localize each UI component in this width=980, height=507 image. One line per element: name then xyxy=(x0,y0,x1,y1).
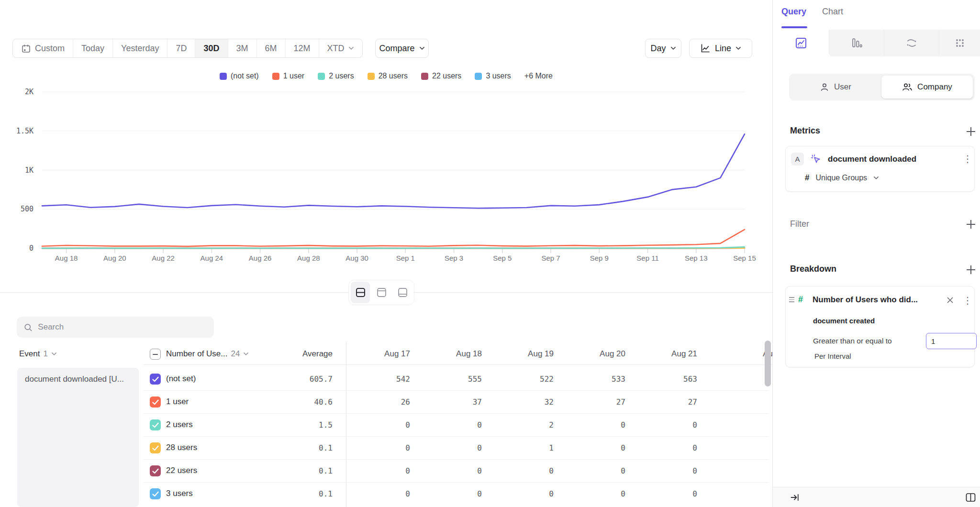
row-checkbox[interactable] xyxy=(150,419,161,430)
chevron-down-icon xyxy=(243,352,249,356)
table-scrollbar[interactable] xyxy=(765,341,771,386)
svg-text:Sep 1: Sep 1 xyxy=(396,254,415,262)
date-column-header[interactable]: Aug 20 xyxy=(558,343,625,364)
cell-value: 542 xyxy=(343,375,410,384)
svg-text:2K: 2K xyxy=(25,88,33,96)
query-panel: Query Chart xyxy=(772,0,980,507)
breakdown-heading: Breakdown xyxy=(790,264,836,274)
company-icon xyxy=(902,82,913,92)
date-column-header[interactable]: Aug 19 xyxy=(487,343,554,364)
cell-value: 0 xyxy=(343,489,410,498)
breakdown-title: Number of Users who did... xyxy=(813,295,918,305)
cell-value: 0 xyxy=(415,466,482,475)
row-label: 22 users xyxy=(166,466,197,475)
svg-text:Sep 5: Sep 5 xyxy=(493,254,512,262)
columns-layout-icon[interactable] xyxy=(965,492,976,503)
cell-value: 0 xyxy=(630,466,697,475)
measure-dropdown[interactable]: # Unique Groups xyxy=(805,173,879,183)
search-input[interactable] xyxy=(38,322,207,332)
scope-toggle: User Company xyxy=(789,74,975,100)
svg-text:1.5K: 1.5K xyxy=(16,127,33,135)
tab-chart[interactable]: Chart xyxy=(822,7,843,17)
breakdown-card[interactable]: # Number of Users who did... ⋮ document … xyxy=(785,286,975,367)
cell-value: 2 xyxy=(487,420,554,430)
svg-text:Aug 22: Aug 22 xyxy=(152,254,175,262)
chart-type-tab-bar[interactable] xyxy=(829,30,884,56)
svg-text:1K: 1K xyxy=(25,166,33,175)
tab-query[interactable]: Query xyxy=(781,7,806,17)
layout-table-only-button[interactable] xyxy=(393,282,412,303)
metric-menu-icon[interactable]: ⋮ xyxy=(963,154,972,164)
add-filter-button[interactable] xyxy=(966,220,976,229)
cell-value: 37 xyxy=(415,397,482,407)
group-column-header[interactable]: Number of Use... 24 xyxy=(166,343,249,364)
flow-tab-icon xyxy=(905,37,918,49)
row-checkbox[interactable] xyxy=(150,374,161,385)
metric-letter-badge: A xyxy=(791,153,804,165)
breakdown-menu-icon[interactable]: ⋮ xyxy=(963,296,972,305)
metric-card[interactable]: A document downloaded ⋮ # Unique Groups xyxy=(785,146,975,192)
row-checkbox[interactable] xyxy=(150,465,161,476)
drag-handle-icon[interactable] xyxy=(789,297,794,302)
layout-split-button[interactable] xyxy=(351,282,370,303)
average-value: 1.5 xyxy=(266,420,333,430)
cell-value: 27 xyxy=(558,397,625,407)
select-all-checkbox[interactable] xyxy=(150,349,161,360)
line-chart[interactable]: 05001K1.5K2KAug 18Aug 20Aug 22Aug 24Aug … xyxy=(0,0,772,270)
per-interval-label: Per Interval xyxy=(814,352,851,360)
cell-value: 28 xyxy=(722,397,772,407)
collapse-panel-icon[interactable] xyxy=(790,493,800,502)
cell-value: 27 xyxy=(630,397,697,407)
add-breakdown-button[interactable] xyxy=(966,265,976,275)
date-column-header[interactable]: Aug 21 xyxy=(630,343,697,364)
check-icon xyxy=(152,491,159,497)
average-column-header[interactable]: Average xyxy=(266,343,333,364)
chart-type-tab-line[interactable] xyxy=(773,30,829,56)
average-value: 0.1 xyxy=(266,489,333,498)
svg-text:Sep 9: Sep 9 xyxy=(590,254,609,262)
scope-user[interactable]: User xyxy=(791,76,880,99)
chart-type-tab-grid[interactable] xyxy=(939,30,980,56)
panel-bottom-bar xyxy=(773,487,980,507)
user-icon xyxy=(820,82,829,92)
check-icon xyxy=(152,468,159,474)
layout-chart-only-button[interactable] xyxy=(372,282,391,303)
header-rule xyxy=(144,364,772,365)
date-column-header[interactable]: Aug 17 xyxy=(343,343,410,364)
row-checkbox[interactable] xyxy=(150,397,161,408)
breakdown-type-icon: # xyxy=(798,295,803,305)
cell-value: 555 xyxy=(415,375,482,384)
split-view-icon xyxy=(355,287,366,298)
cell-value: 32 xyxy=(487,397,554,407)
cell-value: 0 xyxy=(630,420,697,430)
close-icon[interactable] xyxy=(947,297,954,304)
metrics-heading: Metrics xyxy=(790,126,820,136)
times-value-input[interactable] xyxy=(926,333,977,349)
average-value: 40.6 xyxy=(266,397,333,407)
table-row: 1 user40.6263732272728 xyxy=(0,391,772,414)
cell-value: 1 xyxy=(487,443,554,452)
svg-text:Aug 24: Aug 24 xyxy=(200,254,223,262)
cell-value: 533 xyxy=(558,375,625,384)
scope-company[interactable]: Company xyxy=(881,76,973,99)
cell-value: 0 xyxy=(415,443,482,452)
chevron-down-icon xyxy=(51,352,57,356)
cell-value: 522 xyxy=(487,375,554,384)
chart-type-tab-flow[interactable] xyxy=(884,30,939,56)
event-column-header[interactable]: Event 1 xyxy=(19,343,57,364)
date-column-header[interactable]: Aug 18 xyxy=(415,343,482,364)
add-metric-button[interactable] xyxy=(966,127,976,136)
cell-value: 0 xyxy=(722,466,772,475)
cell-value: 0 xyxy=(343,420,410,430)
table-row: 3 users0.1000000 xyxy=(0,483,772,506)
active-tab-underline xyxy=(781,26,807,28)
bar-chart-tab-icon xyxy=(850,37,863,49)
row-label: 2 users xyxy=(166,420,193,430)
line-chart-tab-icon xyxy=(795,37,807,49)
table-row: 22 users0.1000000 xyxy=(0,460,772,483)
cell-value: 0 xyxy=(722,443,772,452)
row-checkbox[interactable] xyxy=(150,488,161,499)
row-checkbox[interactable] xyxy=(150,442,161,453)
table-row: 28 users0.1001000 xyxy=(0,437,772,460)
svg-text:Aug 30: Aug 30 xyxy=(345,254,368,262)
